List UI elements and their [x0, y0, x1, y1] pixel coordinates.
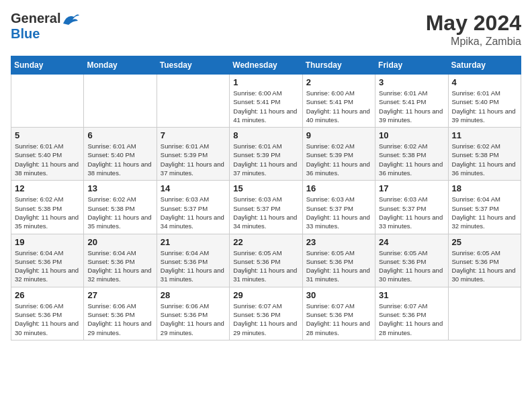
- calendar-cell: 18Sunrise: 6:04 AM Sunset: 5:37 PM Dayli…: [448, 181, 521, 234]
- calendar-cell: [84, 75, 157, 128]
- weekday-header-tuesday: Tuesday: [157, 56, 229, 75]
- weekday-header-monday: Monday: [84, 56, 157, 75]
- calendar-cell: 14Sunrise: 6:03 AM Sunset: 5:37 PM Dayli…: [157, 181, 229, 234]
- day-info: Sunrise: 6:07 AM Sunset: 5:36 PM Dayligh…: [379, 302, 444, 337]
- calendar-cell: 5Sunrise: 6:01 AM Sunset: 5:40 PM Daylig…: [11, 128, 84, 181]
- day-number: 7: [161, 130, 226, 140]
- day-number: 5: [15, 130, 80, 140]
- day-number: 22: [233, 237, 298, 247]
- day-info: Sunrise: 6:03 AM Sunset: 5:37 PM Dayligh…: [161, 195, 226, 230]
- day-number: 31: [379, 290, 444, 300]
- day-number: 29: [233, 290, 298, 300]
- calendar-cell: 15Sunrise: 6:03 AM Sunset: 5:37 PM Dayli…: [230, 181, 302, 234]
- day-number: 19: [15, 237, 80, 247]
- week-row-1: 1Sunrise: 6:00 AM Sunset: 5:41 PM Daylig…: [11, 75, 521, 128]
- day-number: 3: [379, 77, 444, 87]
- day-number: 13: [87, 183, 152, 193]
- logo-blue-text: Blue: [11, 26, 40, 42]
- day-number: 14: [161, 183, 226, 193]
- calendar-cell: 13Sunrise: 6:02 AM Sunset: 5:38 PM Dayli…: [84, 181, 157, 234]
- day-number: 24: [379, 237, 444, 247]
- day-number: 12: [15, 183, 80, 193]
- location-subtitle: Mpika, Zambia: [426, 36, 521, 48]
- calendar-cell: [11, 75, 84, 128]
- weekday-header-thursday: Thursday: [302, 56, 375, 75]
- day-info: Sunrise: 6:02 AM Sunset: 5:38 PM Dayligh…: [87, 195, 152, 230]
- day-number: 15: [233, 183, 298, 193]
- week-row-3: 12Sunrise: 6:02 AM Sunset: 5:38 PM Dayli…: [11, 181, 521, 234]
- day-info: Sunrise: 6:02 AM Sunset: 5:38 PM Dayligh…: [452, 142, 517, 177]
- logo: General Blue: [11, 11, 81, 42]
- day-info: Sunrise: 6:01 AM Sunset: 5:40 PM Dayligh…: [87, 142, 152, 177]
- day-number: 17: [379, 183, 444, 193]
- logo-bird-icon: [62, 11, 81, 26]
- day-number: 20: [87, 237, 152, 247]
- calendar-cell: 7Sunrise: 6:01 AM Sunset: 5:39 PM Daylig…: [157, 128, 229, 181]
- calendar-cell: 26Sunrise: 6:06 AM Sunset: 5:36 PM Dayli…: [11, 287, 84, 340]
- weekday-header-saturday: Saturday: [448, 56, 521, 75]
- calendar-cell: 31Sunrise: 6:07 AM Sunset: 5:36 PM Dayli…: [375, 287, 448, 340]
- day-number: 27: [87, 290, 152, 300]
- calendar-cell: 20Sunrise: 6:04 AM Sunset: 5:36 PM Dayli…: [84, 234, 157, 287]
- calendar-cell: 1Sunrise: 6:00 AM Sunset: 5:41 PM Daylig…: [230, 75, 302, 128]
- day-info: Sunrise: 6:01 AM Sunset: 5:40 PM Dayligh…: [15, 142, 80, 177]
- calendar-cell: 29Sunrise: 6:07 AM Sunset: 5:36 PM Dayli…: [230, 287, 302, 340]
- day-info: Sunrise: 6:04 AM Sunset: 5:36 PM Dayligh…: [15, 248, 80, 284]
- calendar-cell: 16Sunrise: 6:03 AM Sunset: 5:37 PM Dayli…: [302, 181, 375, 234]
- day-number: 25: [452, 237, 517, 247]
- day-number: 6: [87, 130, 152, 140]
- day-info: Sunrise: 6:03 AM Sunset: 5:37 PM Dayligh…: [233, 195, 298, 230]
- calendar-cell: 17Sunrise: 6:03 AM Sunset: 5:37 PM Dayli…: [375, 181, 448, 234]
- day-number: 10: [379, 130, 444, 140]
- day-info: Sunrise: 6:05 AM Sunset: 5:36 PM Dayligh…: [379, 248, 444, 284]
- calendar-cell: 25Sunrise: 6:05 AM Sunset: 5:36 PM Dayli…: [448, 234, 521, 287]
- day-info: Sunrise: 6:06 AM Sunset: 5:36 PM Dayligh…: [15, 302, 80, 337]
- day-info: Sunrise: 6:00 AM Sunset: 5:41 PM Dayligh…: [233, 89, 298, 124]
- calendar-cell: 27Sunrise: 6:06 AM Sunset: 5:36 PM Dayli…: [84, 287, 157, 340]
- day-number: 11: [452, 130, 517, 140]
- day-info: Sunrise: 6:03 AM Sunset: 5:37 PM Dayligh…: [379, 195, 444, 230]
- day-number: 8: [233, 130, 298, 140]
- calendar-cell: 12Sunrise: 6:02 AM Sunset: 5:38 PM Dayli…: [11, 181, 84, 234]
- day-info: Sunrise: 6:04 AM Sunset: 5:36 PM Dayligh…: [87, 248, 152, 284]
- calendar-cell: 6Sunrise: 6:01 AM Sunset: 5:40 PM Daylig…: [84, 128, 157, 181]
- week-row-2: 5Sunrise: 6:01 AM Sunset: 5:40 PM Daylig…: [11, 128, 521, 181]
- title-block: May 2024 Mpika, Zambia: [426, 11, 521, 48]
- calendar-cell: 9Sunrise: 6:02 AM Sunset: 5:39 PM Daylig…: [302, 128, 375, 181]
- day-info: Sunrise: 6:01 AM Sunset: 5:39 PM Dayligh…: [233, 142, 298, 177]
- page-header: General Blue May 2024 Mpika, Zambia: [11, 11, 521, 48]
- day-number: 1: [233, 77, 298, 87]
- day-info: Sunrise: 6:07 AM Sunset: 5:36 PM Dayligh…: [233, 302, 298, 337]
- calendar-cell: 19Sunrise: 6:04 AM Sunset: 5:36 PM Dayli…: [11, 234, 84, 287]
- calendar-cell: 8Sunrise: 6:01 AM Sunset: 5:39 PM Daylig…: [230, 128, 302, 181]
- day-info: Sunrise: 6:04 AM Sunset: 5:36 PM Dayligh…: [161, 248, 226, 284]
- day-info: Sunrise: 6:02 AM Sunset: 5:39 PM Dayligh…: [306, 142, 371, 177]
- day-number: 21: [161, 237, 226, 247]
- day-number: 2: [306, 77, 371, 87]
- day-info: Sunrise: 6:00 AM Sunset: 5:41 PM Dayligh…: [306, 89, 371, 124]
- calendar-cell: 28Sunrise: 6:06 AM Sunset: 5:36 PM Dayli…: [157, 287, 229, 340]
- logo-general-text: General: [11, 11, 60, 26]
- calendar-table: SundayMondayTuesdayWednesdayThursdayFrid…: [11, 56, 521, 340]
- month-year-title: May 2024: [426, 11, 521, 36]
- weekday-header-row: SundayMondayTuesdayWednesdayThursdayFrid…: [11, 56, 521, 75]
- day-info: Sunrise: 6:01 AM Sunset: 5:40 PM Dayligh…: [452, 89, 517, 124]
- calendar-cell: [157, 75, 229, 128]
- day-info: Sunrise: 6:03 AM Sunset: 5:37 PM Dayligh…: [306, 195, 371, 230]
- calendar-cell: 21Sunrise: 6:04 AM Sunset: 5:36 PM Dayli…: [157, 234, 229, 287]
- calendar-cell: 23Sunrise: 6:05 AM Sunset: 5:36 PM Dayli…: [302, 234, 375, 287]
- day-info: Sunrise: 6:02 AM Sunset: 5:38 PM Dayligh…: [379, 142, 444, 177]
- calendar-cell: 22Sunrise: 6:05 AM Sunset: 5:36 PM Dayli…: [230, 234, 302, 287]
- calendar-cell: [448, 287, 521, 340]
- day-info: Sunrise: 6:04 AM Sunset: 5:37 PM Dayligh…: [452, 195, 517, 230]
- calendar-cell: 24Sunrise: 6:05 AM Sunset: 5:36 PM Dayli…: [375, 234, 448, 287]
- day-number: 9: [306, 130, 371, 140]
- week-row-4: 19Sunrise: 6:04 AM Sunset: 5:36 PM Dayli…: [11, 234, 521, 287]
- calendar-cell: 11Sunrise: 6:02 AM Sunset: 5:38 PM Dayli…: [448, 128, 521, 181]
- day-info: Sunrise: 6:05 AM Sunset: 5:36 PM Dayligh…: [233, 248, 298, 284]
- weekday-header-wednesday: Wednesday: [230, 56, 302, 75]
- calendar-cell: 4Sunrise: 6:01 AM Sunset: 5:40 PM Daylig…: [448, 75, 521, 128]
- day-number: 16: [306, 183, 371, 193]
- day-number: 26: [15, 290, 80, 300]
- day-info: Sunrise: 6:07 AM Sunset: 5:36 PM Dayligh…: [306, 302, 371, 337]
